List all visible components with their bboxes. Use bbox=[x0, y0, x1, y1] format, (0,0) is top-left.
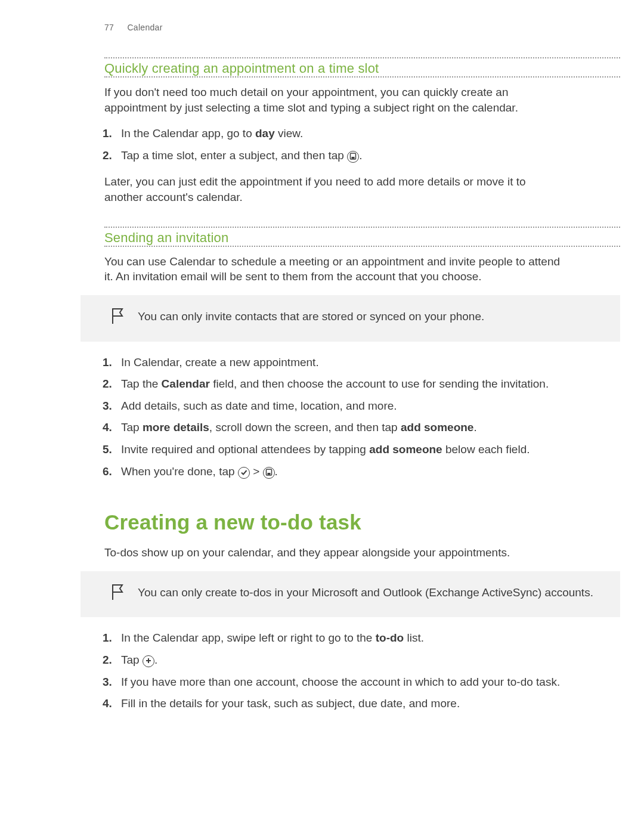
list-item: Tap a time slot, enter a subject, and th… bbox=[115, 148, 564, 164]
list-item: Fill in the details for your task, such … bbox=[115, 696, 564, 712]
step-text: list. bbox=[404, 631, 424, 644]
list-item: Tap more details, scroll down the screen… bbox=[115, 420, 564, 436]
list-item: Tap the Calendar field, and then choose … bbox=[115, 376, 564, 392]
page-header: 77 Calendar bbox=[104, 23, 564, 32]
step-text: Tap bbox=[121, 421, 143, 433]
section1-steps: In the Calendar app, go to day view. Tap… bbox=[115, 126, 564, 163]
step-text: field, and then choose the account to us… bbox=[210, 377, 549, 390]
section1-outro: Later, you can just edit the appointment… bbox=[104, 174, 564, 205]
step-text: > bbox=[250, 465, 263, 478]
list-item: In Calendar, create a new appointment. bbox=[115, 355, 564, 371]
bold-text: to-do bbox=[376, 631, 404, 644]
step-text: Fill in the details for your task, such … bbox=[121, 697, 460, 710]
step-text: below each field. bbox=[442, 443, 530, 456]
list-item: Add details, such as date and time, loca… bbox=[115, 398, 564, 414]
step-text: . bbox=[359, 149, 362, 162]
note-text: You can only invite contacts that are st… bbox=[138, 307, 596, 325]
note-text: You can only create to-dos in your Micro… bbox=[138, 583, 596, 601]
step-text: Tap a time slot, enter a subject, and th… bbox=[121, 149, 347, 162]
step-text: . bbox=[473, 421, 476, 433]
list-item: In the Calendar app, go to day view. bbox=[115, 126, 564, 142]
bold-text: add someone bbox=[401, 421, 473, 433]
save-icon bbox=[347, 151, 359, 163]
document-page: 77 Calendar Quickly creating an appointm… bbox=[0, 0, 644, 712]
step-text: Tap the bbox=[121, 377, 162, 390]
section-heading-sending-invitation: Sending an invitation bbox=[104, 230, 564, 246]
section2-steps: In Calendar, create a new appointment. T… bbox=[115, 355, 564, 480]
step-text: Add details, such as date and time, loca… bbox=[121, 400, 397, 412]
step-text: In Calendar, create a new appointment. bbox=[121, 356, 319, 368]
check-icon bbox=[238, 467, 250, 479]
step-text: If you have more than one account, choos… bbox=[121, 676, 560, 688]
bold-text: add someone bbox=[369, 443, 442, 456]
step-text: view. bbox=[275, 127, 304, 140]
section3-intro: To-dos show up on your calendar, and the… bbox=[104, 545, 564, 561]
divider bbox=[104, 57, 620, 58]
list-item: When you're done, tap > . bbox=[115, 464, 564, 480]
svg-rect-3 bbox=[267, 473, 270, 475]
step-text: When you're done, tap bbox=[121, 465, 238, 478]
divider bbox=[104, 76, 620, 78]
note-box: You can only invite contacts that are st… bbox=[80, 295, 620, 342]
divider bbox=[104, 246, 620, 247]
step-text: In the Calendar app, go to bbox=[121, 127, 255, 140]
bold-text: day bbox=[255, 127, 275, 140]
page-number: 77 bbox=[104, 23, 114, 32]
section3-steps: In the Calendar app, swipe left or right… bbox=[115, 630, 564, 711]
note-box: You can only create to-dos in your Micro… bbox=[80, 571, 620, 618]
list-item: Invite required and optional attendees b… bbox=[115, 442, 564, 458]
step-text: , scroll down the screen, and then tap bbox=[209, 421, 401, 433]
list-item: If you have more than one account, choos… bbox=[115, 674, 564, 690]
divider bbox=[104, 227, 620, 228]
bold-text: more details bbox=[143, 421, 209, 433]
save-icon bbox=[263, 467, 275, 479]
section2-intro: You can use Calendar to schedule a meeti… bbox=[104, 254, 564, 284]
svg-rect-1 bbox=[352, 157, 355, 159]
list-item: In the Calendar app, swipe left or right… bbox=[115, 630, 564, 646]
step-text: Tap bbox=[121, 654, 143, 666]
header-section-label: Calendar bbox=[127, 23, 162, 32]
section1-intro: If you don't need too much detail on you… bbox=[104, 85, 564, 115]
flag-icon bbox=[110, 307, 126, 330]
bold-text: Calendar bbox=[162, 377, 210, 390]
section-heading-creating-todo: Creating a new to-do task bbox=[104, 510, 564, 534]
list-item: Tap . bbox=[115, 652, 564, 668]
section-heading-quickly-creating: Quickly creating an appointment on a tim… bbox=[104, 61, 564, 76]
plus-icon bbox=[143, 655, 154, 667]
step-text: Invite required and optional attendees b… bbox=[121, 443, 369, 456]
step-text: In the Calendar app, swipe left or right… bbox=[121, 631, 376, 644]
step-text: . bbox=[275, 465, 278, 478]
flag-icon bbox=[110, 583, 126, 606]
step-text: . bbox=[154, 654, 157, 666]
